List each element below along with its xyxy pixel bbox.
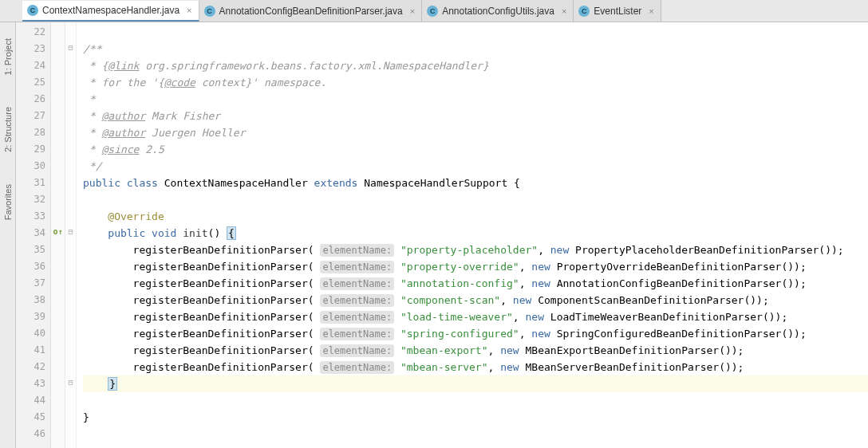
code-area[interactable]: /** * {@link org.springframework.beans.f… — [77, 22, 868, 448]
editor-tabbar: CContextNamespaceHandler.java×CAnnotatio… — [0, 0, 868, 22]
tab-label: ContextNamespaceHandler.java — [42, 5, 180, 16]
fold-toggle-icon[interactable]: ⊟ — [65, 223, 76, 240]
code-line[interactable] — [83, 392, 868, 409]
code-line[interactable]: registerBeanDefinitionParser( elementNam… — [83, 292, 868, 308]
java-class-icon: C — [204, 6, 215, 17]
tab-label: EventLister — [594, 6, 641, 17]
tool-project[interactable]: 1: Project — [3, 38, 13, 75]
gutter-marks: o↑ — [51, 22, 65, 448]
code-line[interactable]: registerBeanDefinitionParser( elementNam… — [83, 308, 868, 325]
tool-window-bar-left: 1: Project 2: Structure Favorites — [0, 22, 16, 448]
java-class-icon: C — [578, 6, 590, 17]
code-line[interactable]: registerBeanDefinitionParser( elementNam… — [83, 275, 868, 292]
code-line[interactable]: } — [83, 409, 868, 426]
code-line[interactable] — [83, 426, 868, 442]
code-line[interactable]: * @author Mark Fisher — [83, 108, 868, 124]
code-line[interactable]: @Override — [83, 208, 868, 225]
tab-1[interactable]: CAnnotationConfigBeanDefinitionParser.ja… — [199, 0, 423, 22]
tool-favorites[interactable]: Favorites — [3, 184, 13, 220]
code-line[interactable] — [83, 24, 868, 41]
tab-3[interactable]: CEventLister× — [574, 0, 661, 22]
code-line[interactable]: */ — [83, 158, 868, 175]
line-number-gutter: 2223242526272829303132333435363738394041… — [16, 22, 51, 448]
fold-gutter[interactable]: ⊟⊟⊟ — [65, 22, 77, 448]
tab-0[interactable]: CContextNamespaceHandler.java× — [22, 1, 199, 22]
tab-2[interactable]: CAnnotationConfigUtils.java× — [422, 0, 574, 22]
close-icon[interactable]: × — [187, 6, 191, 15]
code-line[interactable]: public void init() { — [83, 225, 868, 242]
fold-toggle-icon[interactable]: ⊟ — [65, 39, 76, 56]
code-editor[interactable]: 2223242526272829303132333435363738394041… — [16, 22, 868, 448]
code-line[interactable]: public class ContextNamespaceHandler ext… — [83, 175, 868, 191]
code-line[interactable] — [83, 191, 868, 208]
close-icon[interactable]: × — [562, 6, 566, 16]
tab-label: AnnotationConfigUtils.java — [442, 6, 554, 17]
override-gutter-icon[interactable]: o↑ — [53, 227, 62, 236]
tab-label: AnnotationConfigBeanDefinitionParser.jav… — [219, 6, 403, 17]
code-line[interactable]: * @author Juergen Hoeller — [83, 124, 868, 141]
code-line[interactable]: * {@link org.springframework.beans.facto… — [83, 57, 868, 74]
code-line[interactable]: } — [83, 375, 868, 392]
code-line[interactable]: registerBeanDefinitionParser( elementNam… — [83, 242, 868, 258]
code-line[interactable]: /** — [83, 41, 868, 57]
code-line[interactable]: * — [83, 91, 868, 108]
java-class-icon: C — [27, 5, 38, 16]
code-line[interactable]: * @since 2.5 — [83, 141, 868, 158]
code-line[interactable]: registerBeanDefinitionParser( elementNam… — [83, 258, 868, 275]
code-line[interactable]: registerBeanDefinitionParser( elementNam… — [83, 325, 868, 342]
tool-structure[interactable]: 2: Structure — [3, 107, 13, 152]
close-icon[interactable]: × — [649, 6, 653, 16]
close-icon[interactable]: × — [410, 6, 415, 16]
workspace: 1: Project 2: Structure Favorites 222324… — [0, 22, 868, 448]
fold-toggle-icon[interactable]: ⊟ — [65, 374, 76, 391]
code-line[interactable]: * for the '{@code context}' namespace. — [83, 74, 868, 91]
code-line[interactable]: registerBeanDefinitionParser( elementNam… — [83, 342, 868, 359]
code-line[interactable]: registerBeanDefinitionParser( elementNam… — [83, 359, 868, 375]
java-class-icon: C — [427, 6, 438, 17]
